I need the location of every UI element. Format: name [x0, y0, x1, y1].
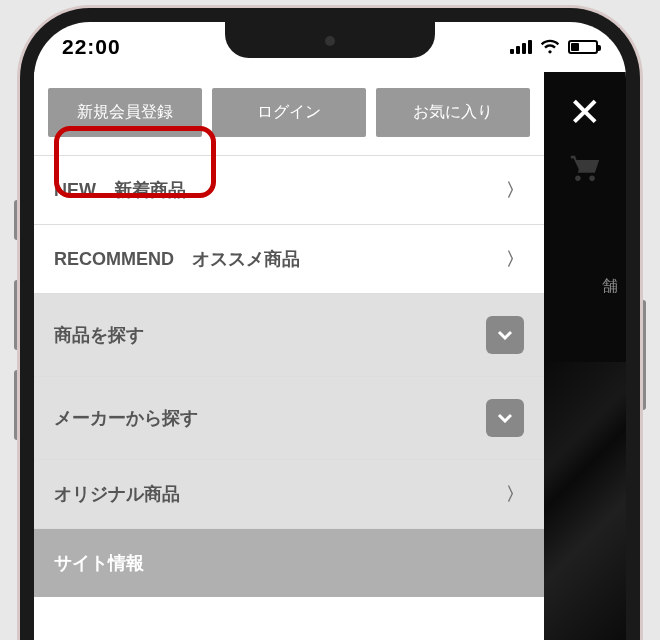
menu-new-items[interactable]: NEW 新着商品 〉	[34, 156, 544, 225]
menu-panel: 新規会員登録 ログイン お気に入り NEW 新着商品 〉 RECOMMEND オ…	[34, 72, 544, 640]
expand-button[interactable]	[486, 399, 524, 437]
signal-icon	[510, 40, 532, 54]
battery-icon	[568, 40, 598, 54]
background-pattern	[544, 362, 626, 640]
menu-search-products[interactable]: 商品を探す	[34, 294, 544, 377]
expand-button[interactable]	[486, 316, 524, 354]
chevron-down-icon	[497, 413, 513, 423]
chevron-right-icon: 〉	[506, 247, 524, 271]
content-area: 新規会員登録 ログイン お気に入り NEW 新着商品 〉 RECOMMEND オ…	[34, 72, 626, 640]
menu-recommend[interactable]: RECOMMEND オススメ商品 〉	[34, 225, 544, 294]
menu-site-info[interactable]: サイト情報	[34, 529, 544, 597]
login-button[interactable]: ログイン	[212, 88, 366, 137]
menu-original-products[interactable]: オリジナル商品 〉	[34, 460, 544, 529]
menu-label: メーカーから探す	[54, 406, 198, 430]
register-button[interactable]: 新規会員登録	[48, 88, 202, 137]
chevron-right-icon: 〉	[506, 482, 524, 506]
camera-dot	[325, 36, 335, 46]
menu-label: NEW 新着商品	[54, 178, 186, 202]
menu-search-by-maker[interactable]: メーカーから探す	[34, 377, 544, 460]
chevron-down-icon	[497, 330, 513, 340]
chevron-right-icon: 〉	[506, 178, 524, 202]
phone-power-button	[640, 300, 646, 410]
status-icons	[510, 35, 598, 59]
status-time: 22:00	[62, 35, 121, 59]
menu-label: オリジナル商品	[54, 482, 180, 506]
menu-label: RECOMMEND オススメ商品	[54, 247, 300, 271]
wifi-icon	[540, 35, 560, 59]
cart-icon	[567, 150, 603, 184]
phone-frame: 22:00 新規会員登録 ログイン お気に入り NEW 新着商品 〉	[20, 8, 640, 640]
store-label: 舗	[602, 276, 618, 297]
close-icon[interactable]: ✕	[568, 92, 602, 132]
menu-label: サイト情報	[54, 551, 144, 575]
overlay-backdrop[interactable]: ✕ 舗	[544, 72, 626, 640]
menu-label: 商品を探す	[54, 323, 144, 347]
favorites-button[interactable]: お気に入り	[376, 88, 530, 137]
top-buttons-row: 新規会員登録 ログイン お気に入り	[34, 72, 544, 156]
phone-notch	[225, 22, 435, 58]
